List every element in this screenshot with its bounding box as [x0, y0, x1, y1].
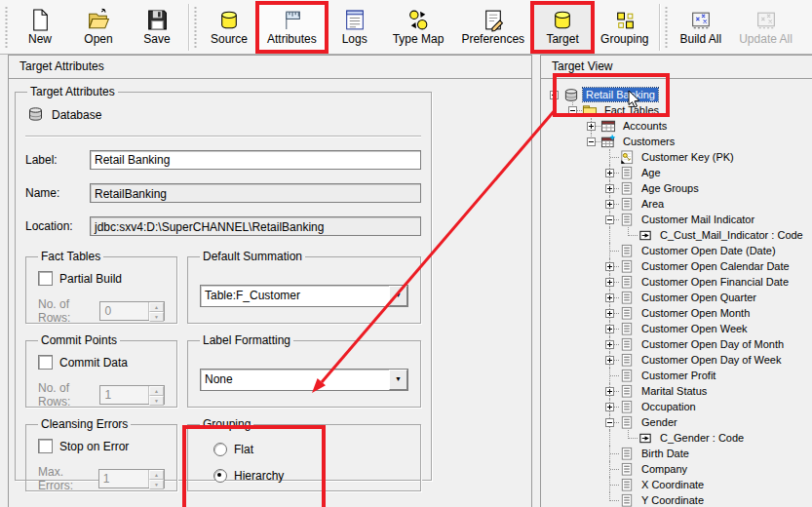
- tree-item-label[interactable]: Accounts: [620, 119, 670, 133]
- tree-item-label[interactable]: Area: [638, 197, 667, 211]
- tree-item-label[interactable]: Customer Open Day of Week: [638, 353, 784, 367]
- spin-up-icon[interactable]: ▲: [149, 470, 164, 480]
- expander-plus-icon[interactable]: [605, 278, 614, 287]
- tree-item-label[interactable]: Customer Open Day of Month: [638, 337, 787, 351]
- tree-item-c-cust-mail-indicator-code[interactable]: C_Cust_Mail_Indicator : Code: [545, 227, 812, 243]
- default-summation-select[interactable]: Table:F_Customer ▼: [200, 285, 408, 307]
- tree-item-label[interactable]: Customer Open Month: [638, 306, 753, 320]
- tree-item-label[interactable]: Age Groups: [638, 181, 702, 195]
- tree-item-label[interactable]: Customer Key (PK): [638, 150, 737, 164]
- chevron-down-icon[interactable]: ▼: [389, 370, 407, 390]
- toolbar-button-grouping[interactable]: Grouping: [592, 2, 657, 53]
- toolbar-button-source[interactable]: Source: [200, 2, 258, 53]
- tree-item-x-coordinate[interactable]: X Coordinate: [545, 477, 812, 492]
- toolbar-button-preferences[interactable]: Preferences: [452, 2, 533, 53]
- label-input[interactable]: [90, 150, 421, 170]
- tree-item-customer-open-day-of-week[interactable]: Customer Open Day of Week: [545, 352, 812, 368]
- spin-up-icon[interactable]: ▲: [149, 302, 164, 312]
- spin-down-icon[interactable]: ▼: [149, 480, 164, 489]
- expander-plus-icon[interactable]: [605, 356, 614, 365]
- tree-item-label[interactable]: Gender: [638, 415, 680, 429]
- spin-down-icon[interactable]: ▼: [149, 396, 164, 406]
- tree-item-label[interactable]: Retail Banking: [583, 88, 658, 101]
- tree-item-customer-profit[interactable]: Customer Profit: [545, 368, 812, 383]
- tree-item-label[interactable]: Customer Open Date (Date): [638, 244, 779, 257]
- tree-item-age-groups[interactable]: Age Groups: [545, 180, 812, 196]
- toolbar-button-new[interactable]: New: [11, 2, 69, 53]
- expander-minus-icon[interactable]: [605, 215, 614, 224]
- tree-item-customer-open-financial-date[interactable]: Customer Open Financial Date: [545, 274, 812, 290]
- tree-item-customer-open-quarter[interactable]: Customer Open Quarter: [545, 290, 812, 305]
- tree-item-label[interactable]: Company: [638, 462, 690, 476]
- tree-item-label[interactable]: Occupation: [638, 400, 699, 413]
- tree-item-customers[interactable]: Customers: [545, 134, 812, 149]
- tree-item-label[interactable]: Customer Open Calendar Date: [638, 259, 793, 273]
- tree-item-customer-mail-indicator[interactable]: Customer Mail Indicator: [545, 212, 812, 227]
- tree-item-label[interactable]: Customers: [620, 135, 677, 148]
- hierarchy-radio-label[interactable]: Hierarchy: [234, 469, 284, 483]
- expander-minus-icon[interactable]: [568, 106, 577, 115]
- expander-minus-icon[interactable]: [587, 137, 596, 146]
- expander-plus-icon[interactable]: [605, 403, 614, 411]
- tree-item-label[interactable]: Birth Date: [638, 447, 692, 460]
- tree-item-customer-open-date-date[interactable]: Customer Open Date (Date): [545, 243, 812, 258]
- tree-item-fact-tables[interactable]: Fact Tables: [545, 102, 812, 118]
- tree-item-retail-banking[interactable]: Retail Banking: [545, 87, 812, 102]
- toolbar-button-logs[interactable]: Logs: [326, 2, 384, 53]
- tree-item-label[interactable]: Customer Open Week: [638, 322, 751, 335]
- expander-minus-icon[interactable]: [550, 91, 559, 99]
- toolbar-gripper[interactable]: [193, 7, 198, 48]
- expander-plus-icon[interactable]: [605, 325, 614, 333]
- tree-item-c-gender-code[interactable]: C_Gender : Code: [545, 430, 812, 446]
- toolbar-gripper[interactable]: [4, 7, 9, 48]
- commit-data-checkbox[interactable]: [38, 355, 53, 370]
- tree-item-marital-status[interactable]: Marital Status: [545, 383, 812, 399]
- expander-plus-icon[interactable]: [605, 169, 614, 177]
- expander-plus-icon[interactable]: [605, 293, 614, 302]
- max-errors-spinner[interactable]: 1 ▲▼: [98, 469, 165, 488]
- expander-minus-icon[interactable]: [605, 418, 614, 427]
- label-formatting-select[interactable]: None ▼: [200, 369, 408, 391]
- expander-plus-icon[interactable]: [605, 309, 614, 318]
- flat-radio-label[interactable]: Flat: [234, 443, 253, 456]
- spin-up-icon[interactable]: ▲: [149, 386, 164, 396]
- tree-item-company[interactable]: Company: [545, 461, 812, 477]
- tree-item-occupation[interactable]: Occupation: [545, 399, 812, 414]
- toolbar-button-attributes[interactable]: Attributes: [258, 2, 326, 53]
- tree-item-y-coordinate[interactable]: Y Coordinate: [545, 492, 812, 507]
- tree-item-label[interactable]: Customer Mail Indicator: [638, 213, 757, 226]
- expander-plus-icon[interactable]: [605, 340, 614, 349]
- tree-item-birth-date[interactable]: Birth Date: [545, 446, 812, 461]
- tree-item-customer-open-calendar-date[interactable]: Customer Open Calendar Date: [545, 258, 812, 274]
- expander-plus-icon[interactable]: [605, 184, 614, 193]
- spin-down-icon[interactable]: ▼: [149, 312, 164, 322]
- tree-item-label[interactable]: Marital Status: [638, 384, 710, 398]
- tree-item-label[interactable]: Customer Open Financial Date: [638, 275, 792, 289]
- toolbar-gripper[interactable]: [664, 7, 669, 48]
- tree-item-label[interactable]: X Coordinate: [638, 478, 707, 491]
- stop-on-error-checkbox[interactable]: [38, 439, 53, 453]
- flat-radio[interactable]: [213, 443, 227, 456]
- tree-item-label[interactable]: Age: [638, 166, 664, 179]
- expander-plus-icon[interactable]: [605, 387, 614, 396]
- tree-item-area[interactable]: Area: [545, 196, 812, 212]
- tree-item-label[interactable]: Customer Profit: [638, 369, 718, 382]
- chevron-down-icon[interactable]: ▼: [389, 286, 407, 306]
- toolbar-button-save[interactable]: Save: [128, 2, 186, 53]
- tree-item-label[interactable]: Y Coordinate: [638, 493, 707, 507]
- tree-item-customer-open-month[interactable]: Customer Open Month: [545, 305, 812, 321]
- tree-item-accounts[interactable]: Accounts: [545, 118, 812, 134]
- toolbar-button-open[interactable]: Open: [69, 2, 128, 53]
- tree-item-label[interactable]: C_Cust_Mail_Indicator : Code: [657, 228, 806, 242]
- toolbar-button-type-map[interactable]: Type Map: [384, 2, 453, 53]
- tree-item-customer-open-week[interactable]: Customer Open Week: [545, 321, 812, 336]
- tree-item-age[interactable]: Age: [545, 165, 812, 180]
- tree-item-label[interactable]: Fact Tables: [601, 103, 662, 117]
- tree-item-label[interactable]: Customer Open Quarter: [638, 291, 759, 304]
- tree-item-gender[interactable]: Gender: [545, 414, 812, 430]
- partial-build-checkbox[interactable]: [38, 271, 53, 286]
- tree-item-label[interactable]: C_Gender : Code: [657, 431, 747, 445]
- rows-spinner[interactable]: 1 ▲▼: [99, 385, 165, 405]
- tree-item-customer-key-pk[interactable]: Customer Key (PK): [545, 149, 812, 165]
- tree-item-customer-open-day-of-month[interactable]: Customer Open Day of Month: [545, 336, 812, 352]
